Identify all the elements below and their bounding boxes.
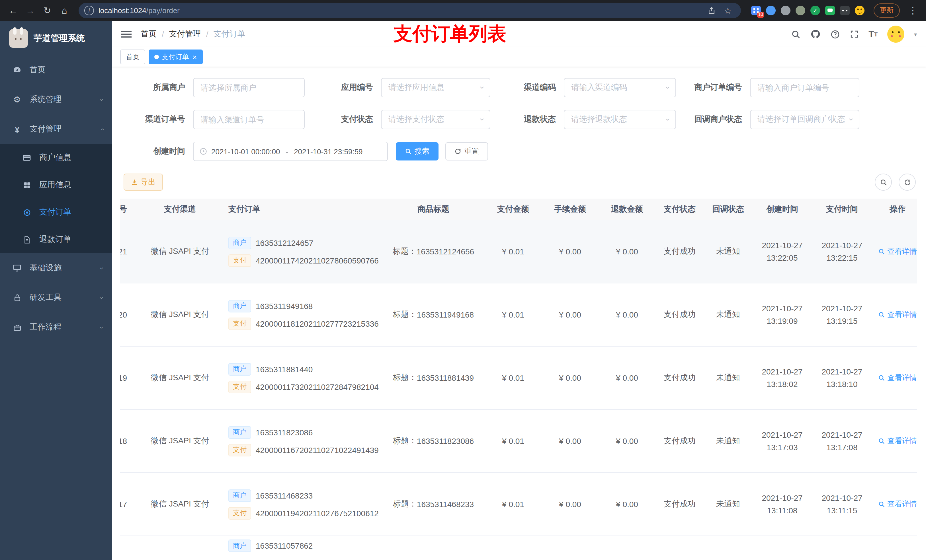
order-id: 18 — [120, 436, 127, 445]
channel-pay-no: 4200001174202110278060590766 — [256, 256, 379, 265]
url-host: localhost:1024 — [98, 6, 146, 15]
info-icon[interactable]: i — [84, 6, 94, 15]
breadcrumb-separator: / — [162, 30, 164, 39]
extension-chat-icon[interactable] — [825, 6, 835, 15]
merchant-order-no: 1635312124657 — [256, 238, 313, 247]
search-button[interactable]: 搜索 — [396, 142, 439, 160]
pay-channel: 微信 JSAPI 支付 — [151, 246, 209, 257]
merchant-order-no-input[interactable] — [750, 78, 859, 97]
sidebar-logo[interactable]: 芋道管理系统 — [0, 21, 112, 55]
sidebar-item-dev-tools[interactable]: 研发工具 › — [0, 283, 112, 312]
create-time: 13:18:02 — [767, 378, 798, 391]
pay-time: 13:22:15 — [827, 252, 858, 264]
address-bar[interactable]: i localhost:1024/pay/order ☆ — [79, 3, 741, 18]
merchant-tag: 商户 — [228, 426, 251, 438]
pay-status-label: 支付状态 — [305, 115, 381, 125]
sidebar-item-pay-order[interactable]: 支付订单 — [0, 199, 112, 226]
merchant-tag: 商户 — [228, 300, 251, 312]
chevron-down-icon: › — [664, 86, 672, 89]
sidebar-item-payment[interactable]: ¥ 支付管理 › — [0, 115, 112, 144]
sidebar-item-system[interactable]: ⚙ 系统管理 › — [0, 85, 112, 115]
refund-amount: ¥ 0.00 — [616, 500, 638, 509]
view-detail-link[interactable]: 查看详情 — [878, 309, 917, 320]
view-detail-link[interactable]: 查看详情 — [878, 436, 917, 446]
home-icon[interactable]: ⌂ — [57, 3, 72, 18]
pay-tag: 支付 — [228, 254, 251, 267]
sidebar-item-label: 应用信息 — [39, 180, 71, 190]
tag-pay-order[interactable]: 支付订单 × — [149, 50, 203, 64]
channel-order-no-input[interactable] — [193, 110, 305, 129]
sidebar-item-home[interactable]: 首页 — [0, 55, 112, 85]
lock-icon — [12, 293, 22, 302]
extension-olive-icon[interactable] — [796, 6, 805, 15]
table-row: 18 微信 JSAPI 支付 商户 1635311823086 支付 42000… — [120, 410, 917, 473]
avatar-caret-icon[interactable]: ▾ — [914, 31, 917, 37]
callback-status-label: 回调商户状态 — [676, 115, 750, 125]
date-separator: - — [284, 147, 290, 155]
reload-icon[interactable]: ↻ — [40, 3, 54, 18]
pay-amount: ¥ 0.01 — [502, 500, 524, 509]
pay-status: 支付成功 — [664, 373, 696, 383]
view-detail-link[interactable]: 查看详情 — [878, 373, 917, 383]
callback-status-select[interactable]: 请选择订单回调商户状态› — [750, 110, 859, 129]
github-icon[interactable] — [810, 29, 821, 39]
sidebar-item-refund-order[interactable]: 退款订单 — [0, 226, 112, 253]
orders-table: 编号 支付渠道 支付订单 商品标题 支付金额 手续金额 退款金额 支付状态 回调… — [120, 199, 917, 560]
back-icon[interactable]: ← — [6, 3, 21, 18]
view-detail-link[interactable]: 查看详情 — [878, 246, 917, 257]
sidebar-item-workflow[interactable]: 工作流程 › — [0, 312, 112, 342]
clock-icon — [199, 147, 207, 155]
bookmark-star-icon[interactable]: ☆ — [720, 3, 735, 18]
extension-smiley-icon[interactable] — [855, 6, 864, 15]
order-id: 19 — [120, 373, 127, 382]
tag-home[interactable]: 首页 — [120, 50, 145, 64]
sidebar-item-infra[interactable]: 基础设施 › — [0, 253, 112, 283]
toggle-search-button[interactable] — [875, 174, 892, 191]
col-header-fee: 手续金额 — [542, 204, 599, 214]
chevron-down-icon: › — [98, 98, 106, 101]
font-size-icon[interactable]: TT — [869, 29, 878, 39]
merchant-order-no: 1635311823086 — [256, 428, 313, 437]
hamburger-icon[interactable] — [121, 30, 133, 39]
merchant-tag: 商户 — [228, 363, 251, 375]
page-content: 所属商户 应用编号 请选择应用信息› 渠道编码 请输入渠道编码› 商户订单编号 — [112, 66, 926, 560]
reset-button[interactable]: 重置 — [445, 142, 488, 160]
channel-pay-no: 4200001194202110276752100612 — [256, 509, 379, 518]
share-icon[interactable] — [707, 6, 716, 15]
breadcrumb-payment[interactable]: 支付管理 — [169, 29, 201, 39]
pay-channel: 微信 JSAPI 支付 — [151, 309, 209, 320]
pay-time: 13:19:15 — [827, 315, 858, 328]
col-header-order: 支付订单 — [223, 204, 382, 214]
pay-status-select[interactable]: 请选择支付状态› — [381, 110, 490, 129]
product-title: 1635311881439 — [417, 373, 474, 382]
browser-update-button[interactable]: 更新 — [874, 3, 900, 18]
pay-date: 2021-10-27 — [822, 491, 862, 504]
extension-check-icon[interactable] — [810, 6, 820, 15]
sidebar-item-merchant-info[interactable]: 商户信息 — [0, 144, 112, 171]
create-time-range[interactable]: 2021-10-01 00:00:00 - 2021-10-31 23:59:5… — [193, 142, 388, 161]
view-detail-link[interactable]: 查看详情 — [878, 499, 917, 509]
app-select[interactable]: 请选择应用信息› — [381, 78, 490, 97]
help-icon[interactable] — [830, 29, 840, 39]
url-text: localhost:1024/pay/order — [98, 6, 703, 15]
export-button[interactable]: 导出 — [124, 174, 163, 191]
breadcrumb-home[interactable]: 首页 — [141, 29, 157, 39]
fullscreen-icon[interactable] — [850, 30, 859, 39]
extension-dark-icon[interactable] — [840, 6, 850, 15]
table-row: 20 微信 JSAPI 支付 商户 1635311949168 支付 42000… — [120, 284, 917, 347]
extension-drop-icon[interactable] — [766, 6, 776, 15]
forward-icon[interactable]: → — [23, 3, 38, 18]
refresh-button[interactable] — [899, 174, 916, 191]
user-avatar[interactable] — [887, 26, 904, 43]
extension-grid-icon[interactable]: 10 — [751, 6, 761, 15]
extension-gray-icon[interactable] — [781, 6, 790, 15]
channel-code-select[interactable]: 请输入渠道编码› — [564, 78, 676, 97]
search-icon[interactable] — [791, 29, 801, 39]
browser-menu-icon[interactable]: ⋮ — [905, 3, 920, 18]
sidebar-item-app-info[interactable]: 应用信息 — [0, 171, 112, 199]
filter-row-2: 渠道订单号 支付状态 请选择支付状态› 退款状态 请选择退款状态› 回调商户状态… — [120, 110, 917, 129]
merchant-input[interactable] — [193, 78, 305, 97]
refund-amount: ¥ 0.00 — [616, 247, 638, 256]
close-icon[interactable]: × — [192, 53, 197, 60]
refund-status-select[interactable]: 请选择退款状态› — [564, 110, 676, 129]
